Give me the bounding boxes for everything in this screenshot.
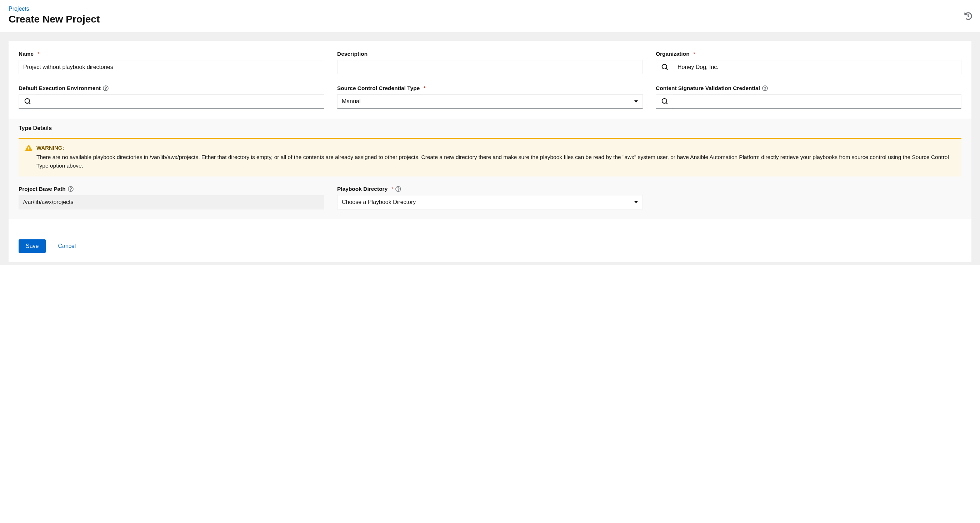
default-ee-input[interactable]: [36, 94, 324, 108]
organization-input[interactable]: [673, 60, 961, 74]
organization-label: Organization: [656, 51, 690, 57]
field-organization: Organization*: [656, 51, 961, 74]
content-sig-cred-lookup-button[interactable]: [656, 94, 673, 108]
help-icon[interactable]: [762, 85, 768, 91]
scm-cred-type-label: Source Control Credential Type: [337, 85, 420, 91]
search-icon: [662, 98, 668, 105]
field-base-path: Project Base Path: [19, 186, 324, 209]
help-icon[interactable]: [68, 186, 73, 192]
breadcrumb-projects[interactable]: Projects: [9, 6, 29, 12]
base-path-label: Project Base Path: [19, 186, 66, 192]
main-form-section: Name* Description Organi: [9, 41, 971, 119]
description-input[interactable]: [337, 60, 643, 74]
form-card: Name* Description Organi: [9, 41, 971, 262]
required-star: *: [391, 186, 393, 192]
name-label: Name: [19, 51, 33, 57]
warning-icon: [25, 145, 32, 152]
field-name: Name*: [19, 51, 324, 74]
required-star: *: [37, 51, 39, 57]
warning-alert: WARNING: There are no available playbook…: [19, 138, 961, 177]
required-star: *: [693, 51, 695, 57]
search-icon: [24, 98, 31, 105]
save-button[interactable]: Save: [19, 239, 46, 253]
type-details-title: Type Details: [19, 125, 961, 131]
default-ee-lookup-button[interactable]: [19, 94, 36, 108]
playbook-dir-select[interactable]: [337, 195, 643, 209]
name-input[interactable]: [19, 60, 324, 74]
warning-text: There are no available playbook director…: [37, 153, 955, 170]
form-actions: Save Cancel: [9, 219, 971, 262]
help-icon[interactable]: [103, 85, 108, 91]
base-path-input: [19, 195, 324, 209]
required-star: *: [423, 85, 425, 91]
scm-cred-type-select[interactable]: [337, 94, 643, 108]
history-icon[interactable]: [964, 12, 972, 20]
cancel-button[interactable]: Cancel: [58, 243, 76, 249]
organization-lookup-button[interactable]: [656, 60, 673, 74]
page-header: Projects Create New Project: [0, 0, 980, 32]
field-scm-cred-type: Source Control Credential Type*: [337, 85, 643, 108]
field-playbook-dir: Playbook Directory*: [337, 186, 643, 209]
type-details-section: Type Details WARNING: There are no avail…: [9, 119, 971, 219]
field-content-sig-cred: Content Signature Validation Credential: [656, 85, 961, 108]
content-sig-cred-input[interactable]: [673, 94, 961, 108]
field-description: Description: [337, 51, 643, 74]
content-sig-cred-label: Content Signature Validation Credential: [656, 85, 760, 91]
default-ee-label: Default Execution Environment: [19, 85, 101, 91]
warning-title: WARNING:: [37, 145, 955, 151]
field-default-ee: Default Execution Environment: [19, 85, 324, 108]
playbook-dir-label: Playbook Directory: [337, 186, 388, 192]
search-icon: [662, 64, 668, 70]
page-title: Create New Project: [9, 14, 971, 25]
content-wrap: Name* Description Organi: [0, 32, 980, 265]
description-label: Description: [337, 51, 368, 57]
help-icon[interactable]: [395, 186, 401, 192]
